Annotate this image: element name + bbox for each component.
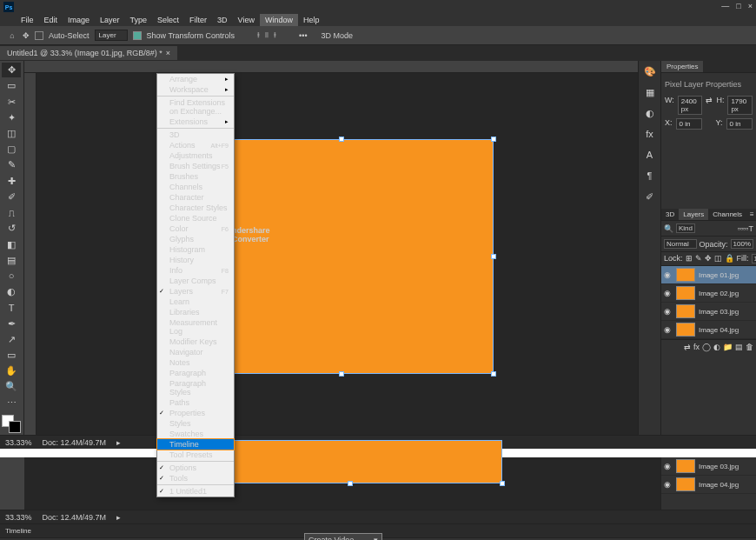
- menu-item-measurement-log[interactable]: Measurement Log: [157, 317, 234, 337]
- menu-layer[interactable]: Layer: [95, 14, 125, 26]
- visibility-icon[interactable]: ◉: [664, 462, 673, 470]
- menu-item-modifier-keys[interactable]: Modifier Keys: [157, 337, 234, 347]
- lock-icon[interactable]: ◫: [714, 254, 722, 263]
- brush-tool[interactable]: ✐: [2, 190, 21, 204]
- menu-file[interactable]: File: [16, 14, 39, 26]
- transform-handle[interactable]: [491, 137, 496, 142]
- lock-icon[interactable]: 🔒: [725, 254, 734, 263]
- auto-select-target-dropdown[interactable]: Layer: [95, 30, 128, 41]
- transform-handle[interactable]: [491, 254, 496, 259]
- stamp-tool[interactable]: ⎍: [2, 205, 21, 220]
- show-transform-checkbox[interactable]: [133, 31, 142, 40]
- x-field[interactable]: 0 in: [676, 118, 702, 130]
- channels-tab[interactable]: Channels: [708, 209, 746, 220]
- new-layer-icon[interactable]: ▤: [735, 343, 743, 351]
- color-panel-icon[interactable]: 🎨: [642, 64, 658, 78]
- canvas-area-2[interactable]: ◉Image 03.jpg◉Image 04.jpg: [0, 457, 756, 510]
- layers-tab[interactable]: Layers: [679, 209, 708, 220]
- frame-tool[interactable]: ▢: [2, 142, 21, 157]
- panel-menu-icon[interactable]: ≡: [746, 209, 756, 220]
- blur-tool[interactable]: ○: [2, 269, 21, 283]
- color-swatches[interactable]: [2, 415, 21, 433]
- menu-item-paths[interactable]: Paths: [157, 397, 234, 408]
- swatches-panel-icon[interactable]: ▦: [642, 85, 658, 99]
- healing-tool[interactable]: ✚: [2, 174, 21, 189]
- history-brush-tool[interactable]: ↺: [2, 221, 21, 236]
- maximize-button[interactable]: □: [736, 2, 740, 10]
- doc-info-2[interactable]: Doc: 12.4M/49.7M: [43, 513, 107, 522]
- menu-item-swatches[interactable]: Swatches: [157, 429, 234, 439]
- layer-row[interactable]: ◉Image 03.jpg: [661, 303, 756, 321]
- minimize-button[interactable]: —: [721, 2, 729, 10]
- layer-thumbnail[interactable]: [676, 304, 695, 318]
- eyedropper-tool[interactable]: ✎: [2, 157, 21, 172]
- layer-row[interactable]: ◉Image 02.jpg: [661, 284, 756, 303]
- doc-info[interactable]: Doc: 12.4M/49.7M: [43, 438, 107, 447]
- filter-kind-dropdown[interactable]: Kind: [676, 223, 695, 233]
- menu-item-channels[interactable]: Channels: [157, 182, 234, 192]
- visibility-icon[interactable]: ◉: [664, 307, 673, 316]
- menu-item-styles[interactable]: Styles: [157, 418, 234, 429]
- menu-item-arrange[interactable]: Arrange: [157, 74, 234, 84]
- layer-thumbnail[interactable]: [676, 268, 695, 282]
- menu-item-learn[interactable]: Learn: [157, 297, 234, 307]
- menu-item-info[interactable]: InfoF8: [157, 265, 234, 276]
- type-tool[interactable]: T: [2, 300, 21, 315]
- menu-help[interactable]: Help: [298, 14, 325, 26]
- layer-row[interactable]: ◉Image 04.jpg: [661, 321, 756, 339]
- zoom-level[interactable]: 33.33%: [5, 438, 32, 447]
- menu-item-extensions[interactable]: Extensions: [157, 117, 234, 127]
- visibility-icon[interactable]: ◉: [664, 325, 673, 334]
- menu-item-notes[interactable]: Notes: [157, 357, 234, 368]
- menu-item-character-styles[interactable]: Character Styles: [157, 203, 234, 213]
- menu-item-layer-comps[interactable]: Layer Comps: [157, 276, 234, 286]
- visibility-icon[interactable]: ◉: [664, 480, 673, 489]
- artboard[interactable]: /ondershare niConverter: [189, 139, 494, 374]
- menu-item-tools[interactable]: Tools: [157, 473, 234, 483]
- menu-item-clone-source[interactable]: Clone Source: [157, 213, 234, 223]
- transform-handle[interactable]: [339, 137, 344, 142]
- background-swatch[interactable]: [9, 421, 21, 433]
- y-field[interactable]: 0 in: [726, 118, 753, 130]
- menu-item-adjustments[interactable]: Adjustments: [157, 150, 234, 161]
- menu-item-brushes[interactable]: Brushes: [157, 171, 234, 182]
- home-icon[interactable]: ⌂: [7, 30, 17, 41]
- menu-item-paragraph[interactable]: Paragraph: [157, 368, 234, 378]
- menu-item-tool-presets[interactable]: Tool Presets: [157, 450, 234, 460]
- layer-thumbnail[interactable]: [676, 323, 695, 337]
- menu-item-find-extensions-on-exchange-[interactable]: Find Extensions on Exchange...: [157, 97, 234, 117]
- layer-mask-icon[interactable]: ◯: [702, 343, 711, 351]
- create-timeline-dropdown[interactable]: Create Video Timeline▾ Create Video Time…: [304, 533, 382, 540]
- menu-item-glyphs[interactable]: Glyphs: [157, 234, 234, 244]
- menu-item-actions[interactable]: ActionsAlt+F9: [157, 140, 234, 150]
- visibility-icon[interactable]: ◉: [664, 270, 673, 279]
- menu-item-workspace[interactable]: Workspace: [157, 84, 234, 95]
- window-menu-dropdown[interactable]: ArrangeWorkspaceFind Extensions on Excha…: [156, 73, 235, 497]
- crop-tool[interactable]: ◫: [2, 126, 21, 141]
- create-video-timeline-button[interactable]: Create Video Timeline▾: [305, 534, 381, 540]
- move-tool[interactable]: ✥: [2, 63, 21, 77]
- link-layers-icon[interactable]: ⇄: [684, 343, 691, 351]
- brushes-panel-icon[interactable]: ✐: [642, 190, 658, 203]
- layer-row[interactable]: ◉Image 01.jpg: [661, 266, 756, 284]
- document-tab[interactable]: Untitled1 @ 33.3% (Image 01.jpg, RGB/8#)…: [0, 46, 177, 60]
- hand-tool[interactable]: ✋: [2, 363, 21, 378]
- layer-row[interactable]: ◉Image 04.jpg: [661, 476, 756, 494]
- lock-icon[interactable]: ✎: [695, 254, 702, 263]
- menu-item-3d[interactable]: 3D: [157, 130, 234, 140]
- pen-tool[interactable]: ✒: [2, 317, 21, 331]
- wand-tool[interactable]: ✦: [2, 110, 21, 125]
- zoom-level-2[interactable]: 33.33%: [5, 513, 32, 522]
- character-panel-icon[interactable]: A: [642, 148, 658, 162]
- edit-toolbar[interactable]: ⋯: [2, 396, 21, 410]
- menu-filter[interactable]: Filter: [184, 14, 212, 26]
- menu-item-libraries[interactable]: Libraries: [157, 307, 234, 317]
- paragraph-panel-icon[interactable]: ¶: [642, 169, 658, 183]
- close-button[interactable]: ×: [748, 2, 753, 10]
- auto-select-checkbox[interactable]: [35, 31, 43, 40]
- layer-row[interactable]: ◉Image 03.jpg: [661, 457, 756, 476]
- lasso-tool[interactable]: ✂: [2, 94, 21, 109]
- menubar[interactable]: FileEditImageLayerTypeSelectFilter3DView…: [0, 14, 756, 26]
- adjustment-layer-icon[interactable]: ◐: [713, 343, 720, 351]
- menu-3d[interactable]: 3D: [212, 14, 233, 26]
